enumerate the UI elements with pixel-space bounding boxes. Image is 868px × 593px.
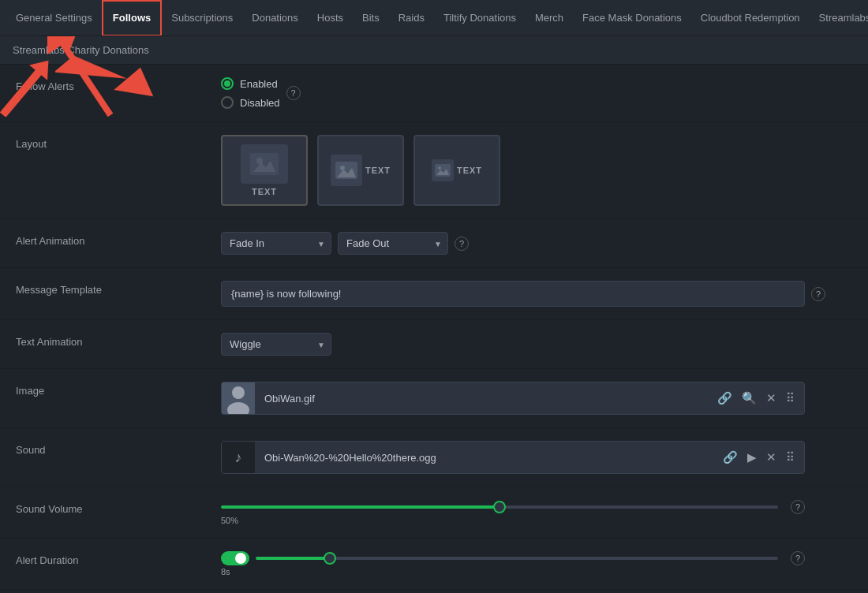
avatar-image: [222, 382, 255, 415]
sound-row: Sound ♪ Obi-Wan%20-%20Hello%20there.ogg …: [0, 428, 868, 487]
nav-tiltify-donations[interactable]: Tiltify Donations: [434, 0, 526, 36]
image-close-icon[interactable]: ✕: [763, 388, 780, 408]
message-template-help[interactable]: ?: [811, 287, 825, 301]
alert-duration-help[interactable]: ?: [791, 551, 805, 565]
follow-alerts-help[interactable]: ?: [286, 86, 301, 100]
alert-duration-value: 8s: [221, 567, 805, 576]
text-animation-label: Text Animation: [16, 333, 221, 348]
alert-duration-toggle[interactable]: [221, 551, 249, 565]
image-file-actions: 🔗 🔍 ✕ ⠿: [708, 388, 804, 408]
nav-cloudbot-redemption[interactable]: Cloudbot Redemption: [691, 0, 810, 36]
sound-volume-row: Sound Volume ? 50%: [0, 487, 868, 539]
follow-alerts-radio-group: Enabled Disabled: [221, 77, 280, 109]
svg-point-11: [438, 166, 441, 170]
layout-1-image: [241, 144, 288, 184]
sound-play-icon[interactable]: ▶: [744, 447, 760, 468]
alert-animation-help[interactable]: ?: [455, 237, 469, 251]
text-animation-control: None Wiggle Bounce Shake ▼: [221, 333, 852, 356]
image-grid-icon[interactable]: ⠿: [783, 388, 798, 408]
disabled-radio[interactable]: [221, 96, 234, 109]
alert-duration-slider-container: ? 8s: [221, 551, 805, 576]
sub-navigation: Streamlabs Charity Donations: [0, 36, 868, 65]
sound-volume-help[interactable]: ?: [791, 500, 805, 514]
svg-point-14: [232, 386, 245, 399]
sound-grid-icon[interactable]: ⠿: [783, 447, 798, 468]
music-note-icon: ♪: [235, 449, 242, 466]
sound-file-row: ♪ Obi-Wan%20-%20Hello%20there.ogg 🔗 ▶ ✕ …: [221, 441, 805, 474]
image-zoom-icon[interactable]: 🔍: [739, 388, 760, 408]
fade-out-select[interactable]: Fade Out Slide Out Bounce Out: [338, 232, 448, 255]
top-navigation: General Settings Follows Subscriptions D…: [0, 0, 868, 36]
nav-merch[interactable]: Merch: [526, 0, 573, 36]
sound-volume-slider-row: ?: [221, 500, 805, 514]
fade-in-select-wrap: Fade In Slide In Bounce In ▼: [221, 232, 331, 255]
image-link-icon[interactable]: 🔗: [714, 388, 735, 408]
alert-text-delay-row: Alert Text Delay ? 0s: [0, 590, 868, 593]
layout-option-2[interactable]: TEXT: [317, 135, 404, 206]
image-label: Image: [16, 382, 221, 397]
alert-duration-slider[interactable]: [256, 557, 778, 560]
alert-duration-slider-row: ?: [221, 551, 805, 565]
message-template-control: ?: [221, 281, 852, 307]
sound-label: Sound: [16, 441, 221, 456]
message-template-input[interactable]: [221, 281, 805, 307]
sound-filename: Obi-Wan%20-%20Hello%20there.ogg: [255, 452, 713, 464]
layout-option-1[interactable]: TEXT: [221, 135, 308, 206]
sound-volume-control: ? 50%: [221, 500, 852, 525]
sound-close-icon[interactable]: ✕: [763, 447, 780, 468]
alert-duration-label: Alert Duration: [16, 551, 221, 566]
sound-icon: ♪: [222, 441, 255, 474]
nav-streamlabs-prime-gift[interactable]: Streamlabs Prime Gift: [810, 0, 868, 36]
alert-animation-control: Fade In Slide In Bounce In ▼ Fade Out Sl…: [221, 232, 852, 255]
svg-point-8: [340, 166, 345, 170]
layout-options: TEXT TEXT: [221, 135, 500, 206]
sub-nav-title[interactable]: Streamlabs Charity Donations: [13, 44, 149, 56]
text-animation-select[interactable]: None Wiggle Bounce Shake: [221, 333, 331, 356]
nav-face-mask-donations[interactable]: Face Mask Donations: [573, 0, 691, 36]
layout-3-image: [432, 159, 454, 181]
nav-donations[interactable]: Donations: [242, 0, 308, 36]
disabled-label: Disabled: [240, 97, 280, 109]
layout-label: Layout: [16, 135, 221, 150]
nav-follows[interactable]: Follows: [102, 0, 162, 36]
image-filename: ObiWan.gif: [255, 393, 708, 405]
layout-option-3[interactable]: TEXT: [413, 135, 500, 206]
layout-2-image: [331, 155, 362, 186]
image-row: Image ObiWan.gif 🔗 🔍: [0, 369, 868, 428]
follow-alerts-enabled-option[interactable]: Enabled: [221, 77, 280, 90]
layout-row: Layout TEXT: [0, 122, 868, 219]
nav-raids[interactable]: Raids: [389, 0, 434, 36]
layout-3-text: TEXT: [457, 166, 482, 175]
sound-volume-slider-container: ? 50%: [221, 500, 805, 525]
sound-volume-label: Sound Volume: [16, 500, 221, 515]
follow-alerts-row: Follow Alerts Enabled Disabled ?: [0, 65, 868, 122]
nav-subscriptions[interactable]: Subscriptions: [162, 0, 242, 36]
message-template-label: Message Template: [16, 281, 221, 296]
alert-duration-row: Alert Duration ? 8s: [0, 539, 868, 590]
sound-link-icon[interactable]: 🔗: [720, 447, 741, 468]
layout-1-text: TEXT: [252, 187, 277, 196]
follow-alerts-control: Enabled Disabled ?: [221, 77, 852, 109]
sound-volume-slider[interactable]: [221, 505, 778, 509]
alert-animation-row: Alert Animation Fade In Slide In Bounce …: [0, 219, 868, 268]
alert-animation-label: Alert Animation: [16, 232, 221, 247]
nav-bits[interactable]: Bits: [353, 0, 389, 36]
fade-out-select-wrap: Fade Out Slide Out Bounce Out ▼: [338, 232, 448, 255]
follow-alerts-disabled-option[interactable]: Disabled: [221, 96, 280, 109]
nav-hosts[interactable]: Hosts: [308, 0, 353, 36]
image-control: ObiWan.gif 🔗 🔍 ✕ ⠿: [221, 382, 852, 415]
main-content: Follow Alerts Enabled Disabled ? Layout: [0, 65, 868, 593]
fade-in-select[interactable]: Fade In Slide In Bounce In: [221, 232, 331, 255]
image-thumbnail: [222, 382, 255, 415]
enabled-radio[interactable]: [221, 77, 234, 90]
message-template-row: Message Template ?: [0, 268, 868, 320]
text-animation-select-wrap: None Wiggle Bounce Shake ▼: [221, 333, 331, 356]
sound-volume-value: 50%: [221, 516, 805, 525]
nav-general-settings[interactable]: General Settings: [6, 0, 102, 36]
text-animation-row: Text Animation None Wiggle Bounce Shake …: [0, 320, 868, 369]
alert-duration-control: ? 8s: [221, 551, 852, 576]
enabled-label: Enabled: [240, 78, 278, 90]
sound-file-actions: 🔗 ▶ ✕ ⠿: [713, 447, 804, 468]
image-file-row: ObiWan.gif 🔗 🔍 ✕ ⠿: [221, 382, 805, 415]
layout-2-text: TEXT: [365, 166, 391, 175]
